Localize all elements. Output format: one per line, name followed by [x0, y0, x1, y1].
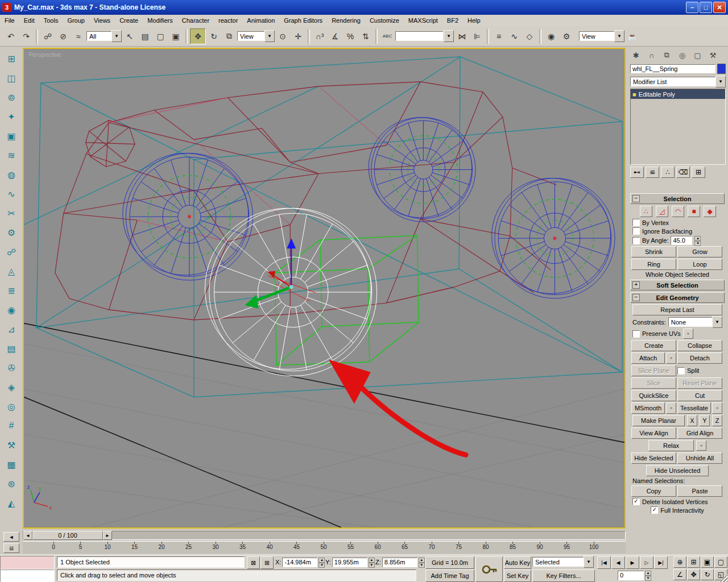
- redo-icon[interactable]: ↷: [19, 29, 34, 44]
- stack-tool-icon[interactable]: ⌫: [676, 167, 690, 178]
- attach-button[interactable]: Attach: [631, 352, 665, 364]
- reactor-toolbar-icon[interactable]: ☍: [3, 243, 20, 260]
- reactor-toolbar-icon[interactable]: ▦: [3, 456, 20, 473]
- track-bar[interactable]: 0 5 10 15 20 25 30 35 40 45 50 55 60 65 …: [23, 541, 626, 554]
- attach-settings-button[interactable]: ▫: [666, 352, 676, 364]
- playback-button[interactable]: ▷: [640, 556, 653, 569]
- viewport-nav-icon[interactable]: ▢: [714, 556, 727, 568]
- z-spinner[interactable]: ▲▼: [419, 558, 425, 567]
- slice-button[interactable]: Slice: [631, 377, 676, 389]
- stack-tool-icon[interactable]: ⊞: [692, 167, 705, 178]
- schematic-view-icon[interactable]: ◇: [522, 29, 537, 44]
- frame-input[interactable]: [618, 571, 644, 580]
- time-slider[interactable]: ◄ 0 / 100 ►: [23, 531, 626, 540]
- create-button[interactable]: Create: [631, 340, 676, 351]
- prev-frame-arrow[interactable]: ◄: [23, 531, 32, 540]
- ring-button[interactable]: Ring: [631, 259, 676, 270]
- menu-item[interactable]: Create: [115, 16, 143, 25]
- key-mode-combo[interactable]: Selected▼: [532, 556, 594, 567]
- menu-item[interactable]: Customize: [365, 16, 404, 25]
- add-time-tag[interactable]: Add Time Tag: [425, 569, 474, 582]
- reactor-toolbar-icon[interactable]: ✦: [3, 108, 20, 125]
- reactor-toolbar-icon[interactable]: ◬: [3, 263, 20, 280]
- by-angle-spinner[interactable]: ▲▼: [694, 236, 701, 245]
- render-view-combo[interactable]: View▼: [579, 31, 624, 41]
- preserve-uvs-settings-button[interactable]: ▫: [683, 329, 693, 339]
- move-tool-icon[interactable]: ✥: [190, 28, 206, 44]
- reactor-toolbar-icon[interactable]: ⚙: [3, 224, 20, 241]
- listener-script-row[interactable]: [0, 569, 55, 582]
- reactor-toolbar-icon[interactable]: ✇: [3, 359, 20, 376]
- scale-tool-icon[interactable]: ⧉: [222, 29, 237, 44]
- subobject-level-icon[interactable]: ◠: [672, 206, 684, 217]
- msmooth-settings-button[interactable]: ▫: [666, 402, 676, 414]
- menu-item[interactable]: Views: [89, 16, 115, 25]
- menu-item[interactable]: Modifiers: [143, 16, 177, 25]
- hide-unselected-button[interactable]: Hide Unselected: [646, 465, 709, 476]
- preserve-uvs-checkbox[interactable]: [632, 330, 640, 338]
- frame-spinner[interactable]: ▲▼: [645, 571, 651, 580]
- named-sets-icon[interactable]: ABC: [380, 29, 395, 44]
- modifier-stack-item[interactable]: ■ Editable Poly: [631, 89, 725, 99]
- selection-rollout-header[interactable]: − Selection: [630, 193, 725, 204]
- hide-selected-button[interactable]: Hide Selected: [631, 452, 676, 464]
- playback-button[interactable]: ▶|: [654, 556, 668, 569]
- object-color-swatch[interactable]: [717, 64, 726, 74]
- repeat-last-button[interactable]: Repeat Last: [632, 304, 722, 315]
- subobject-level-icon[interactable]: ∴: [640, 206, 652, 217]
- collapse-icon[interactable]: −: [632, 195, 640, 202]
- viewport-nav-icon[interactable]: ▣: [701, 556, 714, 568]
- viewport-label[interactable]: Perspective: [28, 51, 61, 58]
- curve-editor-icon[interactable]: ∿: [507, 29, 522, 44]
- planar-y-button[interactable]: Y: [700, 415, 710, 426]
- quick-render-icon[interactable]: ☕: [625, 29, 640, 44]
- listener-macro-row[interactable]: [0, 556, 55, 569]
- named-sets-arrow-icon[interactable]: ▼: [444, 30, 454, 42]
- snap-toggle-icon[interactable]: ∩³: [312, 29, 327, 44]
- quickslice-button[interactable]: QuickSlice: [631, 390, 676, 401]
- use-center-icon[interactable]: ⊙: [275, 29, 290, 44]
- paste-button[interactable]: Paste: [677, 485, 722, 497]
- set-key-button[interactable]: Set Key: [504, 569, 531, 582]
- planar-x-button[interactable]: X: [687, 415, 697, 426]
- playback-button[interactable]: |◀: [597, 556, 611, 569]
- minimize-button[interactable]: –: [686, 2, 698, 13]
- reactor-toolbar-icon[interactable]: ⊞: [3, 50, 20, 67]
- menu-item[interactable]: Help: [463, 16, 485, 25]
- material-editor-icon[interactable]: ◉: [544, 29, 559, 44]
- msmooth-button[interactable]: MSmooth: [631, 402, 665, 414]
- loop-button[interactable]: Loop: [677, 259, 722, 270]
- grow-button[interactable]: Grow: [677, 246, 722, 257]
- time-slider-handle[interactable]: 0 / 100: [32, 531, 103, 540]
- reactor-toolbar-icon[interactable]: ◎: [3, 398, 20, 415]
- by-angle-input[interactable]: [671, 236, 692, 245]
- viewport-nav-icon[interactable]: ∠: [673, 569, 686, 580]
- view-align-button[interactable]: View Align: [631, 427, 676, 439]
- mini-curve-editor-button[interactable]: ◄: [3, 532, 19, 542]
- percent-snap-icon[interactable]: %: [343, 29, 358, 44]
- reactor-toolbar-icon[interactable]: ▣: [3, 127, 20, 144]
- close-button[interactable]: ✕: [713, 2, 726, 13]
- reactor-toolbar-icon[interactable]: #: [3, 417, 20, 434]
- relax-settings-button[interactable]: ▫: [696, 440, 706, 451]
- unhide-all-button[interactable]: Unhide All: [677, 452, 722, 464]
- menu-item[interactable]: Character: [177, 16, 214, 25]
- subobject-level-icon[interactable]: ◆: [704, 206, 716, 217]
- shrink-button[interactable]: Shrink: [631, 246, 676, 257]
- menu-item[interactable]: File: [0, 16, 19, 25]
- mirror-icon[interactable]: ⋈: [454, 29, 469, 44]
- layer-manager-icon[interactable]: ≡: [491, 29, 506, 44]
- delete-isolated-checkbox[interactable]: ✓: [632, 498, 640, 505]
- make-planar-button[interactable]: Make Planar: [632, 415, 685, 426]
- coord-system-combo[interactable]: View▼: [237, 31, 275, 41]
- reactor-toolbar-icon[interactable]: ▤: [3, 340, 20, 357]
- relax-button[interactable]: Relax: [648, 440, 694, 451]
- by-vertex-checkbox[interactable]: [632, 219, 640, 226]
- playback-button[interactable]: ◀: [611, 556, 625, 569]
- command-panel-tab-icon[interactable]: ▢: [690, 49, 705, 61]
- subobject-level-icon[interactable]: ■: [688, 206, 700, 217]
- select-manipulate-icon[interactable]: ✛: [291, 29, 305, 44]
- maximize-button[interactable]: □: [700, 2, 712, 13]
- stack-tool-icon[interactable]: ≌: [646, 167, 659, 178]
- menu-item[interactable]: Graph Editors: [279, 16, 327, 25]
